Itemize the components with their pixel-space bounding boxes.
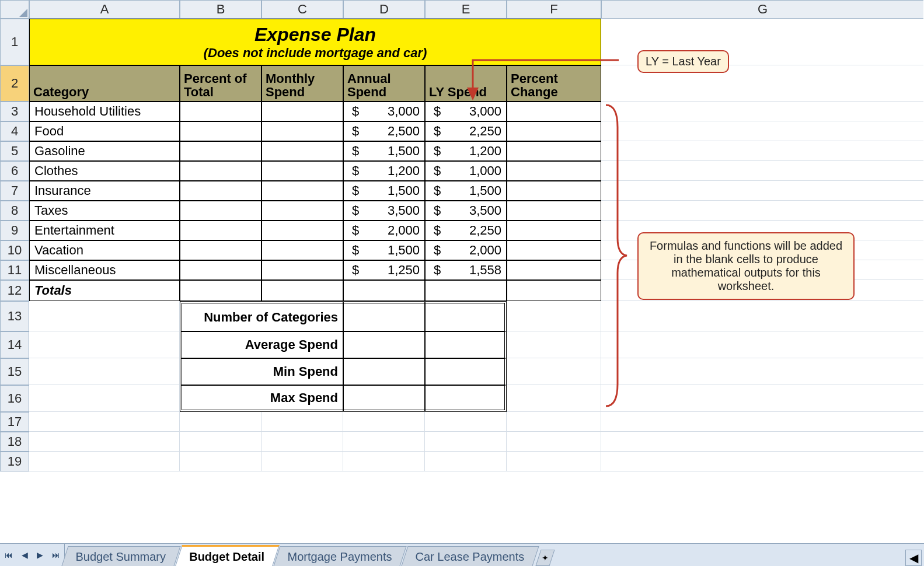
cell-F18[interactable] bbox=[507, 432, 601, 452]
cell-percent-total[interactable] bbox=[180, 102, 261, 121]
cell-B18[interactable] bbox=[180, 432, 261, 452]
cell-A14[interactable] bbox=[29, 331, 180, 358]
cell-category[interactable]: Insurance bbox=[29, 181, 180, 201]
header-monthly-spend[interactable]: Monthly Spend bbox=[261, 65, 343, 102]
cell-B19[interactable] bbox=[180, 452, 261, 471]
cell-G17[interactable] bbox=[601, 412, 923, 432]
cell-ly-spend[interactable]: $1,000 bbox=[425, 161, 507, 181]
cell-category[interactable]: Household Utilities bbox=[29, 102, 180, 121]
select-all-corner[interactable] bbox=[0, 0, 29, 19]
cell-annual-spend[interactable]: $2,500 bbox=[343, 121, 425, 141]
cell-percent-total[interactable] bbox=[180, 221, 261, 240]
cell-ly-spend[interactable]: $1,200 bbox=[425, 141, 507, 161]
row-header-2[interactable]: 2 bbox=[0, 65, 29, 102]
row-header-16[interactable]: 16 bbox=[0, 385, 29, 412]
cell-A13[interactable] bbox=[29, 301, 180, 331]
cell-percent-change[interactable] bbox=[507, 260, 601, 280]
row-header-17[interactable]: 17 bbox=[0, 412, 29, 432]
summary-E15[interactable] bbox=[425, 358, 507, 385]
summary-E14[interactable] bbox=[425, 331, 507, 358]
row-header-15[interactable]: 15 bbox=[0, 358, 29, 385]
cell-percent-total[interactable] bbox=[180, 161, 261, 181]
title-cell[interactable]: Expense Plan (Does not include mortgage … bbox=[29, 19, 601, 65]
cell-category[interactable]: Clothes bbox=[29, 161, 180, 181]
summary-label-13[interactable]: Number of Categories bbox=[180, 301, 343, 331]
cell-G15[interactable] bbox=[601, 358, 923, 385]
row-header-7[interactable]: 7 bbox=[0, 181, 29, 201]
cell-annual-spend[interactable]: $3,500 bbox=[343, 201, 425, 221]
cell-G13[interactable] bbox=[601, 301, 923, 331]
cell-E19[interactable] bbox=[425, 452, 507, 471]
cell-B17[interactable] bbox=[180, 412, 261, 432]
cell-percent-total[interactable] bbox=[180, 121, 261, 141]
cell-F17[interactable] bbox=[507, 412, 601, 432]
row-header-9[interactable]: 9 bbox=[0, 221, 29, 240]
row-header-1[interactable]: 1 bbox=[0, 19, 29, 65]
cell-F19[interactable] bbox=[507, 452, 601, 471]
sheet-tab[interactable]: Budget Detail bbox=[175, 545, 280, 566]
cell-ly-spend[interactable]: $1,500 bbox=[425, 181, 507, 201]
cell-ly-spend[interactable]: $2,250 bbox=[425, 221, 507, 240]
cell-F13[interactable] bbox=[507, 301, 601, 331]
tab-next-icon[interactable]: ▶ bbox=[37, 550, 43, 560]
header-percent-change[interactable]: Percent Change bbox=[507, 65, 601, 102]
cell-annual-spend[interactable]: $1,200 bbox=[343, 161, 425, 181]
cell-monthly-spend[interactable] bbox=[261, 121, 343, 141]
cell-B12[interactable] bbox=[180, 280, 261, 301]
cell-E18[interactable] bbox=[425, 432, 507, 452]
cell-G8[interactable] bbox=[601, 201, 923, 221]
sheet-tab[interactable]: Mortgage Payments bbox=[274, 546, 407, 566]
header-ly-spend[interactable]: LY Spend bbox=[425, 65, 507, 102]
cell-annual-spend[interactable]: $1,500 bbox=[343, 141, 425, 161]
row-header-8[interactable]: 8 bbox=[0, 201, 29, 221]
tab-last-icon[interactable]: ⏭ bbox=[52, 550, 60, 560]
row-header-5[interactable]: 5 bbox=[0, 141, 29, 161]
cell-A15[interactable] bbox=[29, 358, 180, 385]
col-header-G[interactable]: G bbox=[601, 0, 923, 19]
summary-label-16[interactable]: Max Spend bbox=[180, 385, 343, 412]
cell-G5[interactable] bbox=[601, 141, 923, 161]
cell-percent-change[interactable] bbox=[507, 181, 601, 201]
row-header-14[interactable]: 14 bbox=[0, 331, 29, 358]
cell-E12[interactable] bbox=[425, 280, 507, 301]
cell-G4[interactable] bbox=[601, 121, 923, 141]
summary-D15[interactable] bbox=[343, 358, 425, 385]
cell-D19[interactable] bbox=[343, 452, 425, 471]
cell-D18[interactable] bbox=[343, 432, 425, 452]
cell-annual-spend[interactable]: $1,250 bbox=[343, 260, 425, 280]
cell-A18[interactable] bbox=[29, 432, 180, 452]
cell-C18[interactable] bbox=[261, 432, 343, 452]
cell-percent-total[interactable] bbox=[180, 260, 261, 280]
cell-category[interactable]: Entertainment bbox=[29, 221, 180, 240]
new-sheet-button[interactable]: ✦ bbox=[536, 550, 555, 566]
hscroll-left-icon[interactable]: ◀ bbox=[905, 550, 922, 566]
cell-percent-total[interactable] bbox=[180, 181, 261, 201]
col-header-E[interactable]: E bbox=[425, 0, 507, 19]
cell-percent-total[interactable] bbox=[180, 141, 261, 161]
cell-G7[interactable] bbox=[601, 181, 923, 201]
cell-G18[interactable] bbox=[601, 432, 923, 452]
cell-ly-spend[interactable]: $1,558 bbox=[425, 260, 507, 280]
cell-category[interactable]: Food bbox=[29, 121, 180, 141]
cell-annual-spend[interactable]: $3,000 bbox=[343, 102, 425, 121]
summary-D14[interactable] bbox=[343, 331, 425, 358]
col-header-F[interactable]: F bbox=[507, 0, 601, 19]
row-header-10[interactable]: 10 bbox=[0, 240, 29, 260]
cell-G19[interactable] bbox=[601, 452, 923, 471]
summary-E13[interactable] bbox=[425, 301, 507, 331]
cell-category[interactable]: Taxes bbox=[29, 201, 180, 221]
cell-category[interactable]: Miscellaneous bbox=[29, 260, 180, 280]
summary-D13[interactable] bbox=[343, 301, 425, 331]
totals-label[interactable]: Totals bbox=[29, 280, 180, 301]
cell-C19[interactable] bbox=[261, 452, 343, 471]
tab-first-icon[interactable]: ⏮ bbox=[5, 550, 13, 560]
header-annual-spend[interactable]: Annual Spend bbox=[343, 65, 425, 102]
col-header-C[interactable]: C bbox=[261, 0, 343, 19]
sheet-tab[interactable]: Budget Summary bbox=[61, 546, 180, 566]
cell-G16[interactable] bbox=[601, 385, 923, 412]
row-header-6[interactable]: 6 bbox=[0, 161, 29, 181]
cell-monthly-spend[interactable] bbox=[261, 201, 343, 221]
cell-ly-spend[interactable]: $3,500 bbox=[425, 201, 507, 221]
cell-monthly-spend[interactable] bbox=[261, 161, 343, 181]
cell-D17[interactable] bbox=[343, 412, 425, 432]
